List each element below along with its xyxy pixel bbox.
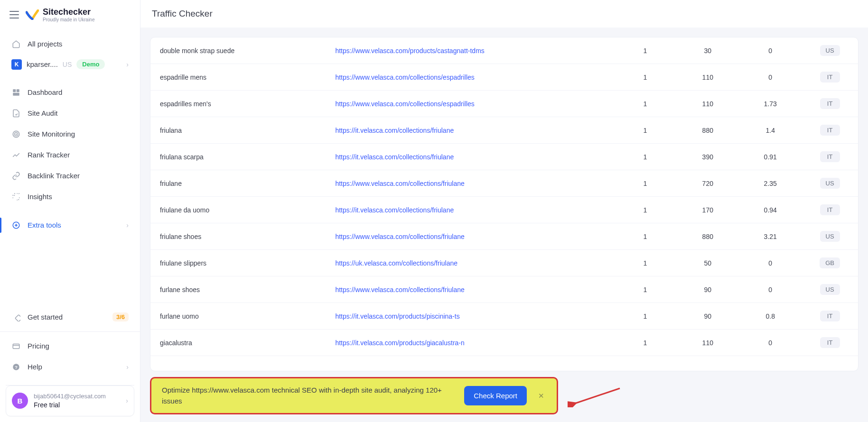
cell-volume: 880 [676,117,739,144]
table-row: friulanehttps://www.velasca.com/collecti… [150,170,858,197]
sidebar-item-label: Site Audit [28,109,57,117]
keyword-url-link[interactable]: https://it.velasca.com/collections/friul… [335,153,454,161]
sidebar-item-label: Help [28,363,42,371]
keyword-url-link[interactable]: https://www.velasca.com/collections/friu… [335,180,464,187]
keyword-url-link[interactable]: https://www.velasca.com/collections/friu… [335,233,464,240]
cell-keyword: furlane uomo [150,303,326,330]
monitoring-icon [11,129,21,139]
cell-url: https://www.velasca.com/collections/espa… [326,91,614,117]
keyword-url-link[interactable]: https://www.velasca.com/products/castagn… [335,47,484,55]
cell-url: https://www.velasca.com/collections/friu… [326,276,614,303]
sidebar-item-pricing[interactable]: Pricing [0,336,140,357]
brand-logo[interactable]: Sitechecker Proudly made in Ukraine [26,8,95,22]
country-badge: IT [820,125,840,136]
cell-volume: 170 [676,197,739,223]
promo-banner: Optimize https://www.velasca.com technic… [150,377,558,414]
close-icon[interactable]: ✕ [536,390,546,402]
country-badge: IT [820,72,840,83]
cell-position: 1 [614,276,676,303]
chevron-right-icon: › [126,363,129,371]
cell-keyword: espadrille mens [150,64,326,91]
svg-point-5 [16,134,17,135]
sidebar-item-label: Insights [28,193,52,201]
cell-keyword: furlane shoes [150,276,326,303]
sidebar-item-extra-tools[interactable]: Extra tools › [0,215,140,236]
cell-volume: 110 [676,64,739,91]
sidebar-item-label: Pricing [28,342,49,350]
keyword-url-link[interactable]: https://it.velasca.com/products/giacalus… [335,339,464,347]
sidebar-item-insights[interactable]: Insights [0,186,140,207]
svg-text:?: ? [15,365,18,370]
cell-volume: 90 [676,276,739,303]
cell-keyword: espadrilles men's [150,91,326,117]
cell-value: 0 [739,276,802,303]
cell-keyword: friulane da uomo [150,197,326,223]
cell-volume: 390 [676,144,739,170]
home-icon [11,39,21,49]
project-badge: K [11,59,22,70]
sidebar-item-get-started[interactable]: Get started 3/6 [0,307,140,328]
cell-value: 0 [739,330,802,356]
cell-url: https://it.velasca.com/products/giacalus… [326,330,614,356]
keyword-url-link[interactable]: https://it.velasca.com/products/piscinin… [335,312,459,320]
sidebar-item-site-monitoring[interactable]: Site Monitoring [0,124,140,145]
cell-country: US [802,170,858,197]
cell-volume: 720 [676,170,739,197]
cell-value: 0.8 [739,303,802,330]
cell-value: 0 [739,250,802,276]
table-row: friulana scarpahttps://it.velasca.com/co… [150,144,858,170]
check-report-button[interactable]: Check Report [464,386,527,405]
svg-rect-2 [13,93,19,96]
user-account-card[interactable]: B bijab50641@cyclesat.com Free trial › [6,385,134,416]
cell-keyword: friulane slippers [150,250,326,276]
keyword-url-link[interactable]: https://www.velasca.com/collections/friu… [335,286,464,294]
cell-url: https://it.velasca.com/products/piscinin… [326,303,614,330]
cell-url: https://www.velasca.com/collections/friu… [326,223,614,250]
cell-keyword: friulana [150,117,326,144]
cell-country: IT [802,197,858,223]
cell-url: https://it.velasca.com/collections/friul… [326,197,614,223]
cell-value: 0.91 [739,144,802,170]
sidebar-item-backlink-tracker[interactable]: Backlink Tracker [0,165,140,186]
cell-country: US [802,276,858,303]
sidebar-item-label: All projects [28,40,62,48]
cell-keyword: double monk strap suede [150,37,326,64]
cell-keyword: friulane [150,170,326,197]
sidebar-item-site-audit[interactable]: Site Audit [0,103,140,124]
sidebar-item-all-projects[interactable]: All projects [0,34,140,55]
cell-position: 1 [614,117,676,144]
sidebar-item-help[interactable]: ? Help › [0,357,140,377]
keyword-url-link[interactable]: https://www.velasca.com/collections/espa… [335,100,474,108]
table-row: giacalustrahttps://it.velasca.com/produc… [150,330,858,356]
cell-url: https://it.velasca.com/collections/friul… [326,117,614,144]
keyword-url-link[interactable]: https://uk.velasca.com/collections/friul… [335,259,457,267]
country-badge: GB [820,257,840,268]
chevron-right-icon: › [126,221,129,229]
table-row: friulane slippershttps://uk.velasca.com/… [150,250,858,276]
chevron-right-icon: › [126,397,128,404]
keyword-url-link[interactable]: https://www.velasca.com/collections/espa… [335,73,474,81]
menu-toggle-button[interactable] [9,11,19,18]
table-row: friulane shoeshttps://www.velasca.com/co… [150,223,858,250]
table-row: furlane uomohttps://it.velasca.com/produ… [150,303,858,330]
cell-position: 1 [614,223,676,250]
banner-text: Optimize https://www.velasca.com technic… [162,385,455,406]
brand-title: Sitechecker [43,8,95,17]
cell-url: https://www.velasca.com/collections/friu… [326,170,614,197]
keywords-table: double monk strap suedehttps://www.velas… [150,37,859,371]
sidebar-item-rank-tracker[interactable]: Rank Tracker [0,145,140,165]
sidebar-project-row[interactable]: K kparser.... US Demo › [0,55,140,74]
cell-country: US [802,37,858,64]
keyword-url-link[interactable]: https://it.velasca.com/collections/friul… [335,206,454,214]
cell-position: 1 [614,37,676,64]
sidebar-item-dashboard[interactable]: Dashboard [0,82,140,103]
cell-position: 1 [614,170,676,197]
cell-volume: 50 [676,250,739,276]
keyword-url-link[interactable]: https://it.velasca.com/collections/friul… [335,127,454,134]
country-badge: US [820,231,840,242]
diamond-icon [11,312,21,322]
progress-badge: 3/6 [112,312,129,321]
cell-keyword: giacalustra [150,330,326,356]
cell-position: 1 [614,303,676,330]
cell-value: 3.21 [739,223,802,250]
